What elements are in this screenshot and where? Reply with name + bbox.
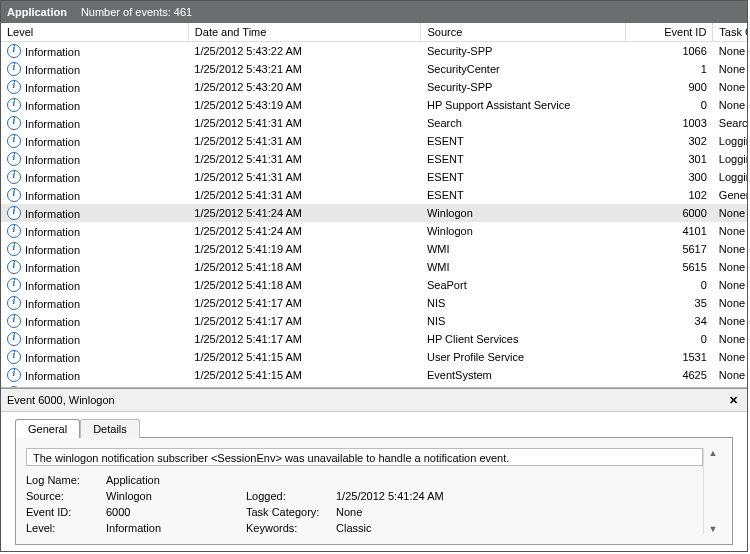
table-row[interactable]: Information1/25/2012 5:41:31 AMESENT302L… [1, 132, 747, 150]
event-grid: Level Date and Time Source Event ID Task… [1, 23, 747, 388]
cell-task-category: None [713, 348, 747, 366]
table-row[interactable]: Information1/25/2012 5:41:17 AMHP Client… [1, 330, 747, 348]
label-log-name: Log Name: [26, 474, 106, 486]
value-source: Winlogon [106, 490, 246, 502]
tab-details[interactable]: Details [80, 419, 140, 438]
col-level[interactable]: Level [1, 23, 188, 42]
cell-level: Information [25, 316, 80, 328]
cell-event-id: 0 [626, 276, 713, 294]
cell-task-category: None [713, 78, 747, 96]
cell-date: 1/25/2012 5:40:47 AM [188, 384, 421, 387]
cell-date: 1/25/2012 5:41:15 AM [188, 348, 421, 366]
cell-task-category: None [713, 222, 747, 240]
event-properties: Log Name: Application Source: Winlogon L… [26, 474, 703, 534]
cell-event-id: 0 [626, 330, 713, 348]
table-row[interactable]: Information1/25/2012 5:41:18 AMWMI5615No… [1, 258, 747, 276]
table-row[interactable]: Information1/25/2012 5:43:21 AMSecurityC… [1, 60, 747, 78]
cell-level: Information [25, 154, 80, 166]
cell-source: ESENT [421, 132, 626, 150]
table-row[interactable]: Information1/25/2012 5:41:18 AMSeaPort0N… [1, 276, 747, 294]
table-row[interactable]: Information1/25/2012 5:41:31 AMSearch100… [1, 114, 747, 132]
table-row[interactable]: Information1/25/2012 5:41:15 AMUser Prof… [1, 348, 747, 366]
cell-task-category: None [713, 384, 747, 387]
cell-date: 1/25/2012 5:41:17 AM [188, 294, 421, 312]
col-source[interactable]: Source [421, 23, 626, 42]
cell-date: 1/25/2012 5:43:19 AM [188, 96, 421, 114]
cell-level: Information [25, 226, 80, 238]
table-row[interactable]: Information1/25/2012 5:41:24 AMWinlogon6… [1, 204, 747, 222]
column-header-row: Level Date and Time Source Event ID Task… [1, 23, 747, 42]
cell-level: Information [25, 370, 80, 382]
info-icon [7, 224, 21, 238]
info-icon [7, 350, 21, 364]
detail-title: Event 6000, Winlogon [7, 394, 115, 406]
cell-level: Information [25, 136, 80, 148]
label-level: Level: [26, 522, 106, 534]
cell-event-id: 302 [626, 132, 713, 150]
cell-source: Security-SPP [421, 42, 626, 61]
col-event-id[interactable]: Event ID [626, 23, 713, 42]
event-viewer-window: Application Number of events: 461 Level … [0, 0, 748, 552]
value-task-category: None [336, 506, 516, 518]
table-row[interactable]: Information1/25/2012 5:43:19 AMHP Suppor… [1, 96, 747, 114]
detail-tabs: General Details [1, 412, 747, 437]
cell-source: User Profile Service [421, 384, 626, 387]
arrow-up-icon[interactable]: ▲ [709, 448, 718, 458]
tab-general[interactable]: General [15, 419, 80, 438]
label-task-category: Task Category: [246, 506, 336, 518]
cell-source: Security-SPP [421, 78, 626, 96]
table-row[interactable]: Information1/25/2012 5:41:31 AMESENT102G… [1, 186, 747, 204]
table-row[interactable]: Information1/25/2012 5:41:17 AMNIS35None [1, 294, 747, 312]
cell-task-category: None [713, 312, 747, 330]
cell-source: SecurityCenter [421, 60, 626, 78]
cell-source: Winlogon [421, 222, 626, 240]
table-row[interactable]: Information1/25/2012 5:41:17 AMNIS34None [1, 312, 747, 330]
table-row[interactable]: Information1/25/2012 5:40:47 AMUser Prof… [1, 384, 747, 387]
info-icon [7, 296, 21, 310]
close-icon[interactable]: ✕ [726, 394, 741, 407]
table-row[interactable]: Information1/25/2012 5:41:19 AMWMI5617No… [1, 240, 747, 258]
cell-event-id: 4625 [626, 366, 713, 384]
cell-date: 1/25/2012 5:41:31 AM [188, 114, 421, 132]
cell-event-id: 34 [626, 312, 713, 330]
value-log-name: Application [106, 474, 246, 486]
detail-scrollbar[interactable]: ▲ ▼ [703, 448, 722, 534]
table-row[interactable]: Information1/25/2012 5:41:31 AMESENT301L… [1, 150, 747, 168]
info-icon [7, 386, 21, 387]
cell-event-id: 1 [626, 60, 713, 78]
cell-event-id: 6000 [626, 204, 713, 222]
cell-event-id: 1003 [626, 114, 713, 132]
info-icon [7, 170, 21, 184]
info-icon [7, 278, 21, 292]
cell-date: 1/25/2012 5:41:19 AM [188, 240, 421, 258]
col-task-category[interactable]: Task Category [713, 23, 747, 42]
col-date[interactable]: Date and Time [188, 23, 421, 42]
arrow-down-icon[interactable]: ▼ [709, 524, 718, 534]
cell-event-id: 1066 [626, 42, 713, 61]
cell-date: 1/25/2012 5:41:31 AM [188, 150, 421, 168]
cell-level: Information [25, 46, 80, 58]
info-icon [7, 206, 21, 220]
cell-task-category: None [713, 294, 747, 312]
table-row[interactable]: Information1/25/2012 5:43:20 AMSecurity-… [1, 78, 747, 96]
table-row[interactable]: Information1/25/2012 5:43:22 AMSecurity-… [1, 42, 747, 61]
event-grid-scroll[interactable]: Level Date and Time Source Event ID Task… [1, 23, 747, 387]
info-icon [7, 62, 21, 76]
cell-source: NIS [421, 312, 626, 330]
cell-source: HP Support Assistant Service [421, 96, 626, 114]
cell-task-category: Logging/Recovery [713, 132, 747, 150]
table-row[interactable]: Information1/25/2012 5:41:15 AMEventSyst… [1, 366, 747, 384]
cell-level: Information [25, 64, 80, 76]
cell-event-id: 900 [626, 78, 713, 96]
cell-level: Information [25, 172, 80, 184]
cell-source: User Profile Service [421, 348, 626, 366]
cell-level: Information [25, 244, 80, 256]
info-icon [7, 44, 21, 58]
info-icon [7, 116, 21, 130]
table-row[interactable]: Information1/25/2012 5:41:24 AMWinlogon4… [1, 222, 747, 240]
cell-task-category: General [713, 186, 747, 204]
cell-level: Information [25, 352, 80, 364]
cell-task-category: None [713, 60, 747, 78]
table-row[interactable]: Information1/25/2012 5:41:31 AMESENT300L… [1, 168, 747, 186]
cell-level: Information [25, 280, 80, 292]
